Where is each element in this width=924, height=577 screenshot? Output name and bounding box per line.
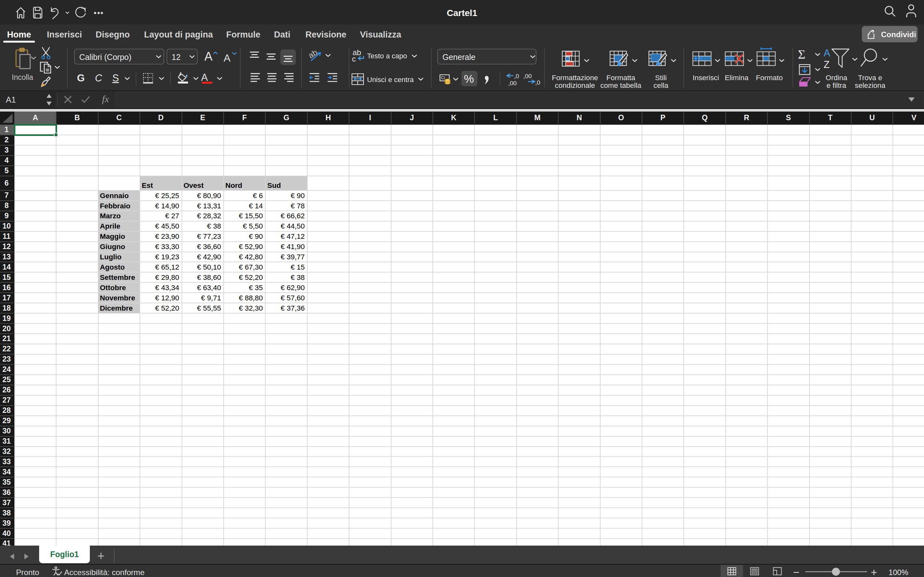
svg-text:C(: C(	[441, 75, 445, 80]
svg-text:,0: ,0	[514, 73, 519, 79]
svg-text:,00: ,00	[508, 80, 517, 87]
svg-text:Z: Z	[824, 59, 830, 70]
svg-text:ab: ab	[307, 48, 319, 60]
svg-text:A: A	[824, 47, 830, 59]
svg-text:c: c	[352, 55, 356, 63]
